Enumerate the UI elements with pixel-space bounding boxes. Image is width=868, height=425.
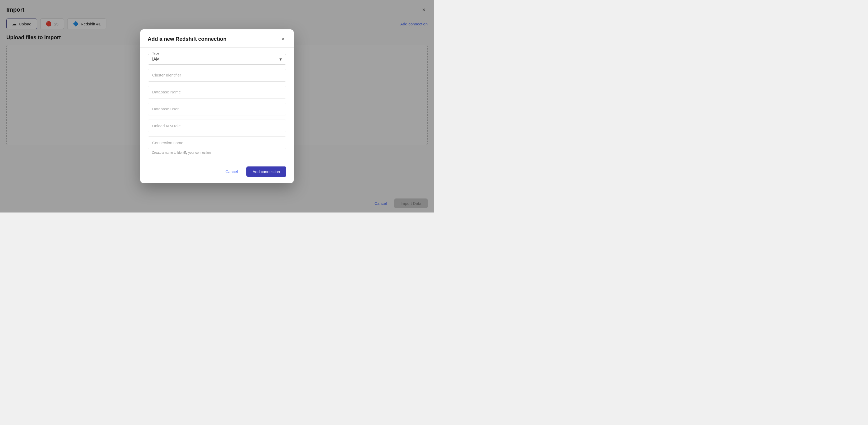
database-user-field [148, 103, 286, 115]
type-value: IAM [152, 57, 160, 62]
connection-name-section: Create a name to identify your connectio… [148, 136, 286, 155]
type-label: Type [151, 52, 160, 55]
modal-cancel-button[interactable]: Cancel [220, 166, 243, 177]
unload-iam-role-input[interactable] [152, 124, 282, 128]
connection-name-input[interactable] [152, 141, 282, 145]
database-name-input[interactable] [152, 90, 282, 94]
modal-body: Type IAM ▾ [140, 48, 294, 161]
unload-iam-role-field [148, 120, 286, 132]
modal-add-connection-button[interactable]: Add connection [246, 166, 286, 177]
type-field[interactable]: Type IAM ▾ [148, 54, 286, 65]
modal-overlay: Add a new Redshift connection × Type IAM… [0, 0, 434, 212]
modal-close-button[interactable]: × [280, 36, 286, 42]
cluster-identifier-field [148, 69, 286, 82]
modal-header: Add a new Redshift connection × [140, 29, 294, 48]
modal-footer: Cancel Add connection [140, 161, 294, 183]
modal-dialog: Add a new Redshift connection × Type IAM… [140, 29, 294, 183]
type-select-wrapper: IAM ▾ [152, 56, 282, 62]
connection-name-hint: Create a name to identify your connectio… [148, 151, 286, 155]
database-user-input[interactable] [152, 107, 282, 111]
connection-name-field [148, 136, 286, 149]
database-name-field [148, 86, 286, 98]
modal-title: Add a new Redshift connection [148, 36, 226, 42]
chevron-down-icon: ▾ [279, 56, 282, 62]
cluster-identifier-input[interactable] [152, 73, 282, 77]
